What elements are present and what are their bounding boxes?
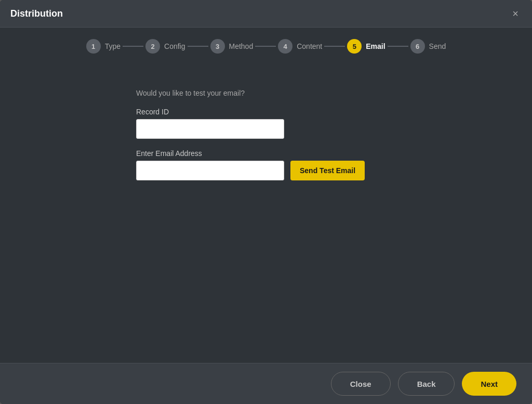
step-label-email: Email	[366, 42, 385, 50]
close-button[interactable]: Close	[331, 372, 391, 396]
step-connector-5-6	[388, 46, 408, 47]
modal-footer: Close Back Next	[0, 363, 532, 404]
step-label-config: Config	[164, 42, 185, 50]
step-content: 4 Content	[278, 39, 322, 54]
back-button[interactable]: Back	[398, 372, 455, 396]
step-send: 6 Send	[410, 39, 446, 54]
distribution-modal: Distribution × 1 Type 2 Config 3 Method …	[0, 0, 532, 404]
step-label-send: Send	[429, 42, 446, 50]
step-method: 3 Method	[210, 39, 254, 54]
send-test-email-button[interactable]: Send Test Email	[290, 161, 365, 180]
step-number-4: 4	[278, 39, 292, 54]
step-connector-4-5	[324, 46, 345, 47]
test-email-question: Would you like to test your email?	[136, 89, 396, 97]
step-number-5: 5	[347, 39, 362, 54]
next-button[interactable]: Next	[462, 372, 516, 396]
test-email-section: Would you like to test your email? Recor…	[136, 89, 396, 180]
step-config: 2 Config	[145, 39, 185, 54]
record-id-group: Record ID	[136, 108, 396, 139]
step-label-method: Method	[229, 42, 254, 50]
email-address-input[interactable]	[136, 161, 284, 180]
email-address-group: Enter Email Address Send Test Email	[136, 149, 396, 180]
modal-close-button[interactable]: ×	[509, 7, 522, 20]
email-row: Send Test Email	[136, 161, 396, 180]
step-connector-2-3	[188, 46, 208, 47]
step-number-2: 2	[145, 39, 160, 54]
modal-header: Distribution ×	[0, 0, 532, 28]
step-label-type: Type	[105, 42, 121, 50]
step-type: 1 Type	[86, 39, 121, 54]
step-number-1: 1	[86, 39, 101, 54]
step-number-6: 6	[410, 39, 425, 54]
record-id-label: Record ID	[136, 108, 396, 116]
step-number-3: 3	[210, 39, 225, 54]
step-email: 5 Email	[347, 39, 385, 54]
step-connector-1-2	[123, 46, 143, 47]
email-address-label: Enter Email Address	[136, 149, 396, 158]
step-label-content: Content	[297, 42, 322, 50]
modal-title: Distribution	[10, 8, 63, 19]
steps-bar: 1 Type 2 Config 3 Method 4 Content 5 Ema…	[0, 28, 532, 63]
step-connector-3-4	[255, 46, 276, 47]
record-id-input[interactable]	[136, 119, 284, 139]
modal-body: Would you like to test your email? Recor…	[0, 63, 532, 363]
